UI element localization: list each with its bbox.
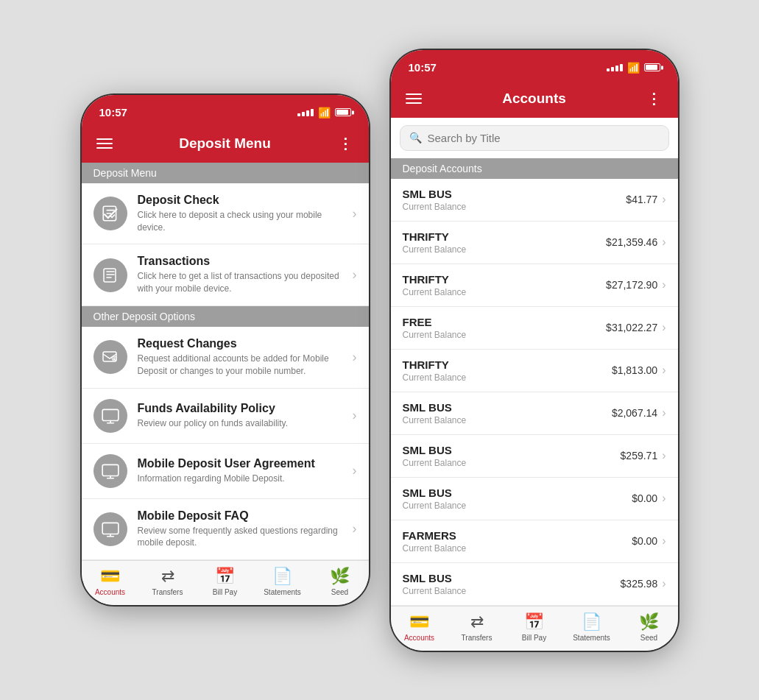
menu-item-deposit-check[interactable]: Deposit Check Click here to deposit a ch… (82, 183, 369, 245)
faq-text: Mobile Deposit FAQ Review some frequentl… (138, 509, 347, 550)
account-item-8[interactable]: FARMERS Current Balance $0.00 › (391, 520, 678, 563)
nav-statements-1[interactable]: 📄 Statements (254, 567, 311, 596)
account-sub-4: Current Balance (403, 372, 467, 383)
account-item-2[interactable]: THRIFTY Current Balance $27,172.90 › (391, 264, 678, 307)
more-options-button-2[interactable]: ⋮ (646, 90, 663, 107)
seed-icon-2: 🌿 (639, 612, 659, 632)
status-icons-1: 📶 (297, 107, 351, 119)
funds-availability-title: Funds Availability Policy (138, 402, 347, 415)
nav-statements-2[interactable]: 📄 Statements (563, 612, 621, 642)
nav-billpay-label-2: Bill Pay (522, 634, 546, 642)
account-item-3[interactable]: FREE Current Balance $31,022.27 › (391, 307, 678, 350)
menu-item-request-changes[interactable]: Request Changes Request additional accou… (82, 327, 369, 389)
request-changes-icon-circle (93, 340, 127, 374)
account-info-5: SML BUS Current Balance (403, 401, 467, 425)
transactions-text: Transactions Click here to get a list of… (138, 255, 347, 295)
monitor-icon (101, 406, 120, 425)
nav-seed-2[interactable]: 🌿 Seed (621, 612, 678, 642)
search-bar[interactable]: 🔍 (400, 125, 669, 151)
page-title-2: Accounts (502, 91, 566, 107)
chevron-right-icon: › (353, 521, 357, 537)
account-item-1[interactable]: THRIFTY Current Balance $21,359.46 › (391, 222, 678, 264)
account-item-4[interactable]: THRIFTY Current Balance $1,813.00 › (391, 350, 678, 392)
account-right-1: $21,359.46 › (606, 236, 666, 249)
account-balance-3: $31,022.27 (606, 322, 657, 333)
account-item-6[interactable]: SML BUS Current Balance $259.71 › (391, 435, 678, 478)
section-header-deposit-accounts: Deposit Accounts (391, 158, 678, 179)
account-chevron-5: › (662, 406, 666, 420)
more-options-button-1[interactable]: ⋮ (338, 135, 354, 152)
statements-icon-2: 📄 (582, 612, 601, 632)
nav-billpay-2[interactable]: 📅 Bill Pay (506, 612, 563, 642)
menu-item-faq[interactable]: Mobile Deposit FAQ Review some frequentl… (82, 499, 369, 561)
faq-icon-circle (93, 512, 127, 546)
account-info-2: THRIFTY Current Balance (403, 273, 467, 297)
user-agreement-title: Mobile Deposit User Agreement (138, 457, 347, 470)
chevron-right-icon: › (353, 267, 357, 283)
wifi-icon: 📶 (318, 107, 331, 119)
account-info-3: FREE Current Balance (403, 316, 467, 340)
account-info-8: FARMERS Current Balance (403, 529, 467, 554)
nav-transfers-2[interactable]: ⇄ Transfers (448, 612, 506, 642)
nav-statements-label-2: Statements (573, 634, 610, 642)
bottom-nav-1: 💳 Accounts ⇄ Transfers 📅 Bill Pay 📄 Stat… (82, 560, 369, 605)
account-item-9[interactable]: SML BUS Current Balance $325.98 › (391, 563, 678, 606)
account-item-5[interactable]: SML BUS Current Balance $2,067.14 › (391, 392, 678, 435)
nav-transfers-1[interactable]: ⇄ Transfers (139, 567, 197, 596)
account-info-6: SML BUS Current Balance (403, 444, 467, 468)
nav-billpay-1[interactable]: 📅 Bill Pay (197, 567, 254, 596)
battery-icon (335, 108, 351, 116)
account-item-7[interactable]: SML BUS Current Balance $0.00 › (391, 478, 678, 520)
transactions-icon-circle (93, 258, 127, 292)
account-name-0: SML BUS (403, 188, 467, 200)
bottom-nav-2: 💳 Accounts ⇄ Transfers 📅 Bill Pay 📄 Stat… (391, 606, 678, 651)
account-sub-7: Current Balance (403, 501, 467, 511)
transactions-desc: Click here to get a list of transactions… (138, 270, 347, 295)
svg-rect-5 (102, 409, 119, 420)
account-sub-3: Current Balance (403, 330, 467, 340)
request-changes-desc: Request additional accounts be added for… (138, 353, 347, 378)
account-chevron-6: › (662, 449, 666, 462)
deposit-check-text: Deposit Check Click here to deposit a ch… (138, 194, 347, 234)
check-icon (101, 204, 120, 223)
chevron-right-icon: › (353, 350, 357, 365)
status-bar-2: 10:57 📶 (391, 50, 678, 82)
svg-rect-6 (102, 464, 119, 475)
signal-icon (297, 109, 314, 116)
status-bar-1: 10:57 📶 (82, 95, 369, 127)
svg-rect-1 (104, 269, 116, 282)
menu-item-user-agreement[interactable]: Mobile Deposit User Agreement Informatio… (82, 444, 369, 499)
funds-availability-text: Funds Availability Policy Review our pol… (138, 402, 347, 430)
nav-accounts-2[interactable]: 💳 Accounts (391, 612, 448, 642)
deposit-check-icon-circle (93, 197, 127, 230)
account-right-4: $1,813.00 › (612, 364, 666, 377)
account-balance-8: $0.00 (632, 535, 657, 547)
svg-rect-4 (113, 358, 115, 360)
hamburger-menu-button[interactable] (96, 138, 113, 149)
transfers-icon: ⇄ (161, 567, 174, 586)
account-item-0[interactable]: SML BUS Current Balance $41.77 › (391, 179, 678, 222)
account-chevron-0: › (662, 193, 666, 206)
hamburger-menu-button-2[interactable] (406, 93, 422, 104)
chevron-right-icon: › (353, 206, 357, 222)
account-name-1: THRIFTY (403, 230, 467, 243)
signal-icon-2 (607, 64, 623, 71)
menu-item-transactions[interactable]: Transactions Click here to get a list of… (82, 244, 369, 306)
deposit-check-desc: Click here to deposit a check using your… (138, 209, 347, 234)
nav-accounts-1[interactable]: 💳 Accounts (82, 567, 139, 596)
transactions-title: Transactions (138, 255, 347, 268)
account-sub-2: Current Balance (403, 287, 467, 297)
account-chevron-8: › (662, 534, 666, 548)
nav-billpay-label-1: Bill Pay (213, 588, 237, 596)
account-right-8: $0.00 › (632, 534, 666, 548)
account-info-1: THRIFTY Current Balance (403, 230, 467, 255)
nav-seed-1[interactable]: 🌿 Seed (311, 567, 369, 596)
status-icons-2: 📶 (607, 62, 660, 74)
menu-item-funds-availability[interactable]: Funds Availability Policy Review our pol… (82, 389, 369, 444)
search-input[interactable] (428, 132, 660, 144)
nav-seed-label-2: Seed (640, 634, 657, 642)
funds-availability-icon-circle (93, 399, 127, 433)
funds-availability-desc: Review our policy on funds availability. (138, 417, 347, 430)
phone-1: 10:57 📶 Deposit Menu ⋮ Deposit Menu (82, 95, 369, 605)
account-balance-5: $2,067.14 (612, 407, 657, 419)
